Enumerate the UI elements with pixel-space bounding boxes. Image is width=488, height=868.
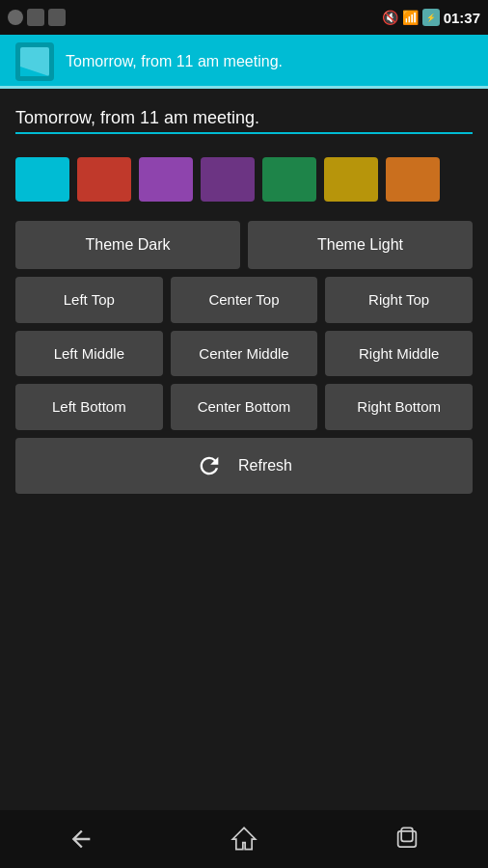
color-swatch-green[interactable] — [262, 157, 316, 202]
position-left-top-button[interactable]: Left Top — [15, 277, 163, 323]
smiley-icon — [48, 9, 66, 26]
refresh-button[interactable]: Refresh — [15, 438, 473, 494]
color-swatch-olive[interactable] — [324, 157, 378, 202]
reminder-text-input[interactable] — [15, 108, 473, 128]
email-icon — [27, 9, 44, 26]
back-icon — [68, 826, 95, 853]
color-swatch-cyan[interactable] — [15, 157, 69, 202]
position-center-top-button[interactable]: Center Top — [171, 277, 318, 323]
home-icon — [230, 826, 258, 853]
status-bar: 🔇 📶 ⚡ 01:37 — [0, 0, 488, 35]
status-bar-right: 🔇 📶 ⚡ 01:37 — [382, 9, 480, 26]
color-swatches — [15, 157, 473, 202]
position-left-middle-button[interactable]: Left Middle — [15, 331, 163, 377]
theme-light-button[interactable]: Theme Light — [248, 221, 473, 269]
theme-buttons: Theme Dark Theme Light — [15, 221, 473, 269]
title-bar: Tomorrow, from 11 am meeting. — [0, 35, 488, 89]
position-left-bottom-button[interactable]: Left Bottom — [15, 384, 163, 430]
back-button[interactable] — [68, 826, 95, 853]
title-bar-accent-line — [0, 86, 488, 89]
position-center-bottom-button[interactable]: Center Bottom — [171, 384, 318, 430]
refresh-label: Refresh — [238, 457, 292, 475]
color-swatch-orange[interactable] — [386, 157, 440, 202]
text-input-container[interactable] — [15, 108, 473, 134]
recents-icon — [393, 826, 420, 853]
battery-icon: ⚡ — [422, 9, 440, 26]
position-center-middle-button[interactable]: Center Middle — [171, 331, 318, 377]
refresh-icon — [196, 452, 223, 479]
svg-rect-1 — [401, 827, 413, 841]
notification-icon — [8, 10, 23, 25]
title-bar-text: Tomorrow, from 11 am meeting. — [66, 53, 283, 70]
recents-button[interactable] — [393, 826, 420, 853]
bottom-nav — [0, 810, 488, 868]
time-display: 01:37 — [444, 10, 480, 26]
theme-dark-button[interactable]: Theme Dark — [15, 221, 240, 269]
home-button[interactable] — [230, 826, 258, 853]
color-swatch-red[interactable] — [77, 157, 131, 202]
main-content: Theme Dark Theme Light Left Top Center T… — [0, 89, 488, 513]
position-right-middle-button[interactable]: Right Middle — [325, 331, 473, 377]
position-grid: Left Top Center Top Right Top Left Middl… — [15, 277, 473, 430]
status-bar-left — [8, 9, 66, 26]
mute-icon: 🔇 — [382, 10, 398, 25]
position-right-bottom-button[interactable]: Right Bottom — [325, 384, 473, 430]
color-swatch-purple[interactable] — [139, 157, 193, 202]
signal-icon: 📶 — [402, 10, 419, 25]
app-logo — [15, 42, 54, 81]
color-swatch-dark-purple[interactable] — [201, 157, 255, 202]
position-right-top-button[interactable]: Right Top — [325, 277, 473, 323]
